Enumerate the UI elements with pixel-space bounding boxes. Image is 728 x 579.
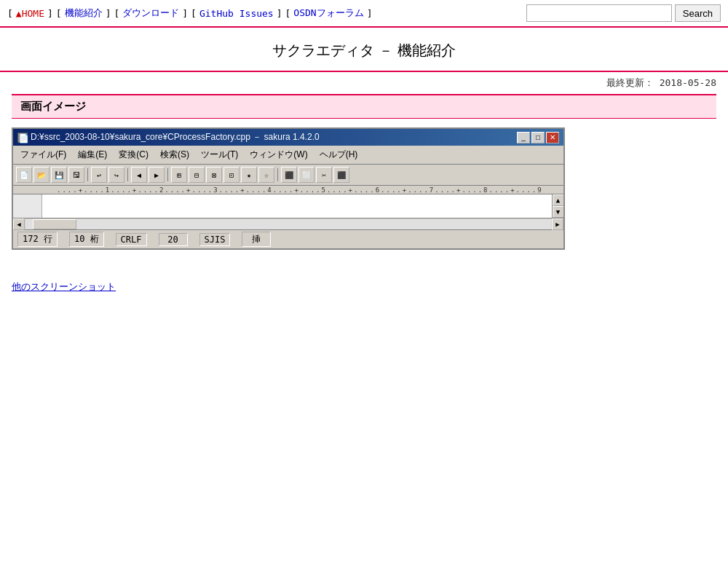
toolbar-paste[interactable]: ⬜ (298, 167, 314, 183)
page-title: サクラエディタ － 機能紹介 (0, 41, 728, 60)
scroll-left[interactable]: ◀ (13, 218, 25, 230)
horizontal-scrollbar[interactable]: ◀ ▶ (13, 218, 563, 229)
search-button[interactable]: Search (675, 4, 721, 22)
toolbar-back[interactable]: ◀ (131, 167, 147, 183)
status-num: 20 (159, 233, 188, 246)
bracket: ] (182, 8, 188, 19)
top-nav: [▲HOME] [機能紹介] [ダウンロード] [GitHub Issues] … (0, 0, 728, 28)
scroll-right[interactable]: ▶ (552, 218, 563, 230)
toolbar-save[interactable]: 💾 (51, 167, 67, 183)
editor-window: 📄 D:¥ssrc_2003-08-10¥sakura_core¥CProces… (12, 127, 565, 250)
toolbar-mark2[interactable]: ☆ (258, 167, 274, 183)
bracket: ] (277, 8, 282, 19)
menu-convert[interactable]: 変換(C) (114, 147, 153, 162)
nav-osdn-link[interactable]: OSDNフォーラム (293, 7, 363, 20)
main-content: 画面イメージ 📄 D:¥ssrc_2003-08-10¥sakura_core¥… (0, 94, 728, 275)
menu-window[interactable]: ウィンドウ(W) (245, 147, 312, 162)
bracket: [ (285, 8, 291, 19)
toolbar-new[interactable]: 📄 (16, 167, 32, 183)
menu-file[interactable]: ファイル(F) (16, 147, 71, 162)
bracket: [ (56, 8, 62, 19)
menu-tools[interactable]: ツール(T) (197, 147, 242, 162)
window-titlebar: 📄 D:¥ssrc_2003-08-10¥sakura_core¥CProces… (13, 129, 563, 146)
code-content[interactable] (42, 194, 552, 218)
toolbar-sep2 (127, 168, 128, 181)
toolbar-sep1 (87, 168, 88, 181)
toolbar-grep4[interactable]: ⊡ (223, 167, 240, 183)
scroll-down[interactable]: ▼ (553, 206, 564, 218)
toolbar-sep3 (167, 168, 168, 181)
toolbar-redo[interactable]: ↪ (108, 167, 124, 183)
line-numbers (13, 194, 42, 218)
menu-bar: ファイル(F) 編集(E) 変換(C) 検索(S) ツール(T) ウィンドウ(W… (13, 146, 563, 165)
page-title-area: サクラエディタ － 機能紹介 (0, 28, 728, 72)
bracket: ] (47, 8, 53, 19)
menu-help[interactable]: ヘルプ(H) (315, 147, 363, 162)
toolbar-open[interactable]: 📂 (33, 167, 50, 183)
bottom-link-area: 他のスクリーンショット (0, 275, 728, 299)
menu-edit[interactable]: 編集(E) (74, 147, 111, 162)
home-link[interactable]: ▲HOME (16, 8, 44, 19)
nav-links: [▲HOME] [機能紹介] [ダウンロード] [GitHub Issues] … (7, 7, 372, 20)
code-area: ▲ ▼ (13, 194, 563, 218)
search-area: Search (526, 4, 721, 22)
window-title: D:¥ssrc_2003-08-10¥sakura_core¥CProcessF… (31, 131, 517, 143)
last-updated-label: 最終更新： (606, 77, 654, 88)
toolbar-mark[interactable]: ★ (241, 167, 257, 183)
bracket: [ (7, 8, 13, 19)
ruler-text: ....+....1....+....2....+....3....+....4… (57, 186, 543, 194)
bracket: ] (367, 8, 373, 19)
close-button[interactable]: ✕ (546, 132, 559, 143)
titlebar-controls: _ □ ✕ (517, 132, 559, 143)
bracket: [ (114, 8, 119, 19)
toolbar-undo[interactable]: ↩ (91, 167, 107, 183)
last-updated-value: 2018-05-28 (660, 77, 716, 88)
toolbar: 📄 📂 💾 🖫 ↩ ↪ ◀ ▶ ⊞ ⊟ ⊠ ⊡ ★ ☆ ⬛ ⬜ ✂ ⬛ (13, 165, 563, 186)
ruler: ....+....1....+....2....+....3....+....4… (13, 186, 563, 194)
toolbar-sep4 (277, 168, 278, 181)
screenshots-link[interactable]: 他のスクリーンショット (12, 281, 116, 292)
bracket: ] (106, 8, 111, 19)
toolbar-grep[interactable]: ⊞ (171, 167, 187, 183)
status-col: 10 桁 (69, 232, 104, 247)
toolbar-fwd[interactable]: ▶ (149, 167, 165, 183)
toolbar-misc[interactable]: ⬛ (333, 167, 349, 183)
last-updated-area: 最終更新： 2018-05-28 (0, 72, 728, 94)
toolbar-grep3[interactable]: ⊠ (206, 167, 222, 183)
nav-github-link[interactable]: GitHub Issues (199, 8, 274, 19)
window-icon: 📄 (17, 133, 28, 143)
scroll-track-h[interactable] (25, 219, 551, 229)
scroll-up[interactable]: ▲ (553, 194, 564, 206)
search-input[interactable] (526, 4, 672, 22)
toolbar-cut[interactable]: ✂ (316, 167, 332, 183)
bracket: [ (191, 8, 197, 19)
status-insert: 挿 (242, 232, 271, 247)
status-encoding: SJIS (199, 233, 231, 246)
minimize-button[interactable]: _ (517, 132, 530, 143)
nav-features-link[interactable]: 機能紹介 (65, 7, 103, 20)
section-heading: 画面イメージ (12, 94, 716, 119)
maximize-button[interactable]: □ (531, 132, 545, 143)
nav-download-link[interactable]: ダウンロード (122, 7, 179, 20)
scroll-thumb-h[interactable] (33, 219, 76, 229)
toolbar-copy[interactable]: ⬛ (281, 167, 297, 183)
status-row: 172 行 (17, 232, 58, 247)
toolbar-save2[interactable]: 🖫 (68, 167, 84, 183)
status-crlf: CRLF (116, 233, 147, 246)
menu-search[interactable]: 検索(S) (156, 147, 194, 162)
toolbar-grep2[interactable]: ⊟ (189, 167, 205, 183)
status-bar: 172 行 10 桁 CRLF 20 SJIS 挿 (13, 229, 563, 248)
vertical-scrollbar[interactable]: ▲ ▼ (552, 194, 563, 218)
